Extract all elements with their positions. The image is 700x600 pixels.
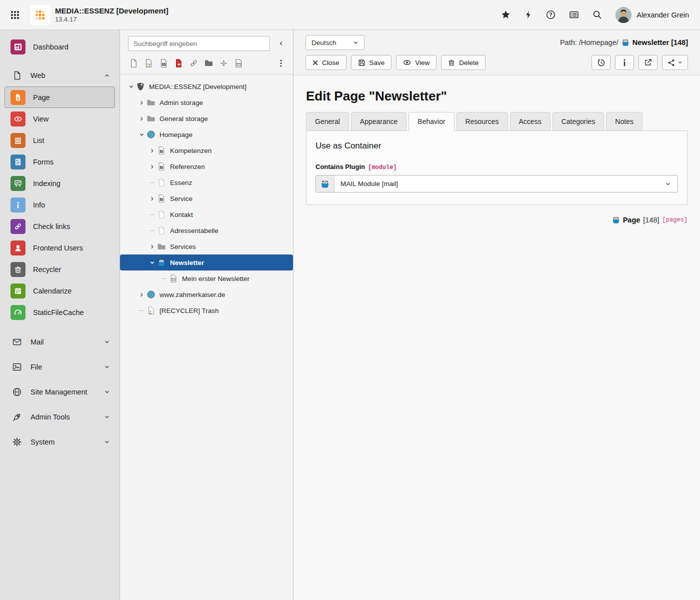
help-button[interactable]: ? [546, 10, 556, 20]
tree-node[interactable]: Homepage [120, 126, 293, 142]
history-button[interactable] [592, 55, 610, 70]
globe-page-icon [146, 290, 159, 299]
new-shortcut-page-icon[interactable] [158, 57, 170, 69]
sidebar-section-file[interactable]: File [4, 356, 115, 378]
tree-more-options-icon[interactable] [275, 57, 287, 69]
chevron-down-icon [104, 339, 110, 345]
presentation-chart-icon [10, 176, 26, 191]
globe-icon [12, 387, 22, 397]
tree-node[interactable]: MEDIA::ESSENZ [Development] [120, 78, 293, 94]
behavior-tab-panel: Use as Container Contains Plugin [module… [306, 130, 688, 205]
sidebar-item-page[interactable]: Page [4, 86, 115, 108]
tree-toggle-icon[interactable] [136, 132, 146, 138]
sidebar-item-list[interactable]: List [4, 130, 115, 151]
tree-toggle-icon[interactable] [147, 164, 157, 170]
sidebar-item-dashboard[interactable]: Dashboard [4, 36, 115, 58]
tree-search-input[interactable] [128, 36, 270, 51]
tree-node[interactable]: Referenzen [120, 158, 293, 174]
collapse-tree-button[interactable] [275, 38, 287, 50]
sidebar-section-web[interactable]: Web [4, 64, 115, 86]
user-menu[interactable]: Alexander Grein [616, 7, 689, 23]
site-title: MEDIA::ESSENZ [Development] [55, 6, 168, 16]
tab-resources[interactable]: Resources [456, 112, 508, 131]
mail-open-blue-icon [316, 176, 334, 192]
new-folder-icon[interactable] [202, 57, 214, 69]
brand[interactable]: MEDIA::ESSENZ [Development] 13.4.17 [30, 5, 168, 25]
tree-toggle-icon[interactable] [147, 244, 157, 250]
view-button[interactable]: View [396, 55, 436, 70]
tab-behavior[interactable]: Behavior [408, 112, 454, 131]
record-information-button[interactable] [615, 55, 634, 70]
sidebar-section-mail[interactable]: Mail [4, 331, 115, 353]
sidebar-item-frontend-users[interactable]: Frontend Users [4, 237, 115, 258]
tree-node[interactable]: Kompetenzen [120, 142, 293, 158]
share-icon [668, 59, 675, 66]
sidebar-item-indexing[interactable]: Indexing [4, 172, 115, 194]
tree-node[interactable]: Adressentabelle [120, 222, 293, 238]
record-info: Page [148] [pages] [306, 216, 688, 224]
close-button[interactable]: Close [306, 55, 346, 70]
new-mail-page-icon[interactable] [232, 57, 244, 69]
sidebar-item-label: StaticFileCache [33, 308, 84, 316]
sidebar-item-calendarize[interactable]: Calendarize [4, 280, 115, 302]
sidebar-section-site-management[interactable]: Site Management [4, 381, 115, 403]
share-button[interactable] [662, 55, 688, 70]
search-button[interactable] [592, 10, 602, 20]
tree-node[interactable]: Admin storage [120, 94, 293, 110]
sidebar-item-label: Indexing [33, 180, 60, 188]
tree-toggle-icon[interactable] [136, 116, 146, 122]
new-page-icon[interactable] [128, 57, 140, 69]
lightning-bolt-icon [524, 10, 532, 20]
tab-general[interactable]: General [306, 112, 349, 131]
calendar-icon [10, 284, 26, 298]
sidebar-item-check-links[interactable]: Check links [4, 216, 115, 237]
contains-plugin-select[interactable]: MAIL Module [mail] [316, 175, 678, 192]
tab-access[interactable]: Access [510, 112, 550, 131]
sidebar-section-label: Mail [30, 338, 44, 346]
tree-toggle-icon[interactable] [147, 148, 157, 154]
tab-notes[interactable]: Notes [606, 112, 642, 131]
tree-toggle-icon[interactable] [136, 100, 146, 106]
tree-node-selected[interactable]: Newsletter [120, 254, 293, 270]
sidebar-item-forms[interactable]: Forms [4, 151, 115, 172]
tree-node[interactable]: Essenz [120, 174, 293, 190]
tree-toggle-icon[interactable] [147, 260, 157, 266]
new-link-icon[interactable] [188, 57, 200, 69]
sidebar-item-staticfilecache[interactable]: StaticFileCache [4, 302, 115, 323]
language-select[interactable]: Deutsch [306, 35, 364, 50]
tree-node[interactable]: Kontakt [120, 206, 293, 222]
new-divider-icon[interactable] [218, 57, 230, 69]
tree-toggle-icon[interactable] [126, 84, 136, 90]
system-information-button[interactable] [569, 10, 579, 20]
record-type: Page [623, 216, 640, 224]
tree-toggle-icon[interactable] [136, 292, 146, 298]
sidebar-section-admin-tools[interactable]: Admin Tools [4, 406, 115, 428]
tree-node[interactable]: Services [120, 238, 293, 254]
save-floppy-icon [358, 59, 366, 66]
bookmarks-button[interactable] [501, 10, 510, 20]
sidebar-item-label: Page [33, 94, 50, 102]
tab-categories[interactable]: Categories [552, 112, 604, 131]
tree-connector-line [139, 310, 144, 311]
open-in-new-window-button[interactable] [638, 55, 658, 70]
sidebar-item-recycler[interactable]: Recycler [4, 258, 115, 280]
delete-button[interactable]: Delete [441, 55, 486, 70]
module-menu-toggle-button[interactable] [7, 7, 23, 23]
new-link-page-icon[interactable] [172, 57, 184, 69]
tree-node[interactable]: Service [120, 190, 293, 206]
sidebar-item-info[interactable]: Info [4, 194, 115, 216]
new-page-frontend-users-icon[interactable] [142, 57, 154, 69]
tree-node[interactable]: Mein erster Newsletter [120, 270, 293, 286]
tab-appearance[interactable]: Appearance [351, 112, 407, 131]
tree-node[interactable]: www.zahmerkaiser.de [120, 286, 293, 302]
tree-node[interactable]: [RECYCLER] Trash [120, 302, 293, 318]
save-button[interactable]: Save [351, 55, 392, 70]
clear-cache-button[interactable] [524, 10, 532, 20]
tree-toggle-icon[interactable] [147, 196, 157, 202]
form-icon [10, 154, 26, 170]
tree-node[interactable]: General storage [120, 110, 293, 126]
chevron-down-icon [353, 40, 358, 46]
sidebar-item-view[interactable]: View [4, 108, 115, 130]
sidebar-section-system[interactable]: System [4, 431, 115, 453]
mail-open-blue-icon [157, 258, 170, 267]
